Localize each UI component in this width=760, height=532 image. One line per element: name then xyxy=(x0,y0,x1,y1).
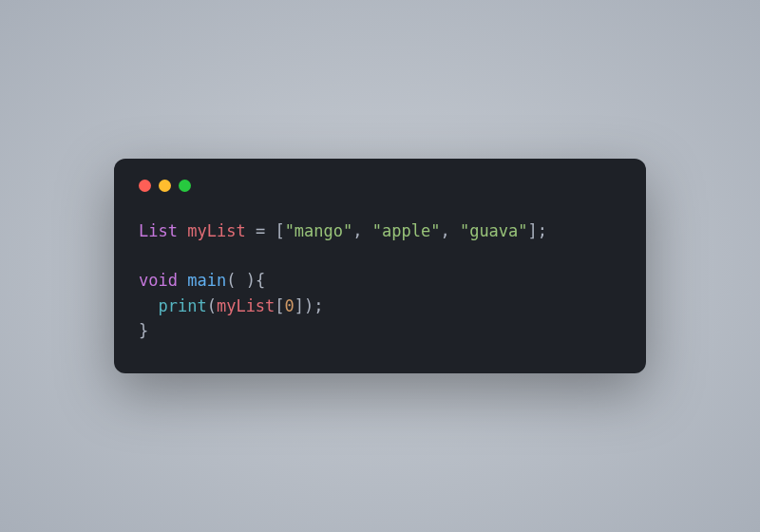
string-literal: "mango" xyxy=(285,221,353,240)
variable-name: myList xyxy=(187,221,245,240)
string-literal: "guava" xyxy=(460,221,528,240)
brace-open: { xyxy=(256,271,265,290)
keyword-void: void xyxy=(139,271,178,290)
semicolon: ; xyxy=(314,296,323,315)
window-controls xyxy=(139,180,621,192)
bracket-open: [ xyxy=(275,221,284,240)
operator-assign: = xyxy=(256,221,265,240)
code-block: List myList = ["mango", "apple", "guava"… xyxy=(139,218,621,344)
number-literal: 0 xyxy=(285,296,294,315)
function-print: print xyxy=(158,296,206,315)
close-icon[interactable] xyxy=(139,180,151,192)
brace-close: } xyxy=(139,321,148,340)
variable-ref: myList xyxy=(217,296,275,315)
maximize-icon[interactable] xyxy=(179,180,191,192)
parentheses: ( ) xyxy=(226,271,256,290)
code-window: List myList = ["mango", "apple", "guava"… xyxy=(114,159,646,374)
semicolon: ; xyxy=(538,221,547,240)
string-literal: "apple" xyxy=(372,221,441,240)
bracket-close: ] xyxy=(528,221,538,240)
minimize-icon[interactable] xyxy=(159,180,171,192)
keyword-type: List xyxy=(139,221,178,240)
function-main: main xyxy=(187,271,226,290)
